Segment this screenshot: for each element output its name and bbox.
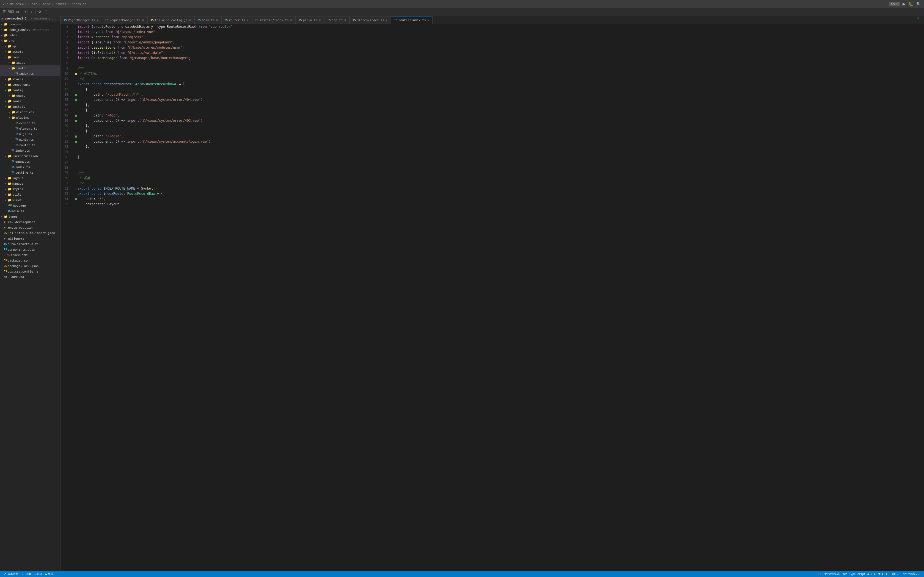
tab-close-button[interactable]: ×	[344, 19, 347, 22]
code-content[interactable]: import {createRouter, createWebHistory, …	[72, 24, 924, 571]
tree-item-setting_ts[interactable]: TS setting.ts	[0, 170, 60, 175]
tab-router-ts[interactable]: TS router.ts ×	[221, 16, 252, 24]
tree-item-styles[interactable]: ▸ 📁 styles	[0, 186, 60, 192]
tree-item-main_ts[interactable]: TS main.ts	[0, 208, 60, 214]
line-number-2: 2	[60, 29, 70, 35]
tab-close-button[interactable]: ×	[142, 19, 144, 22]
tree-item-config[interactable]: ▸ 📁 config	[0, 87, 60, 93]
indent-item[interactable]: 4个空格格...	[902, 572, 922, 576]
tree-item-package_json[interactable]: JS package.json	[0, 258, 60, 263]
tab-close-button[interactable]: ×	[385, 19, 388, 22]
tree-item-api[interactable]: ▸ 📁 api	[0, 44, 60, 49]
tree-item-utils[interactable]: ▸ 📁 utils	[0, 192, 60, 197]
tree-item-types[interactable]: ▸ 📁 types	[0, 214, 60, 219]
tree-item-install[interactable]: ▸ 📁 install	[0, 104, 60, 110]
tree-item-gitignore[interactable]: ● .gitignore	[0, 236, 60, 241]
tree-item-element_ts[interactable]: TS element.ts	[0, 126, 60, 131]
tree-item-readme[interactable]: MD README.md	[0, 274, 60, 280]
tree-item-auto_imports[interactable]: TS auto-imports.d.ts	[0, 241, 60, 247]
tree-item-views[interactable]: ▸ 📁 views	[0, 197, 60, 203]
tab-close-button[interactable]: ×	[216, 19, 218, 22]
terminal-item[interactable]: ▶ 终端	[44, 571, 55, 577]
search-button[interactable]: 🔍	[916, 2, 921, 6]
tree-item-stores[interactable]: ▸ 📁 stores	[0, 76, 60, 82]
tree-item-enums[interactable]: ▸ 📁 enums	[0, 93, 60, 98]
tree-item-vscode[interactable]: ▸ 📁 .vscode	[0, 21, 60, 27]
tree-item-up_index[interactable]: TS index.ts	[0, 164, 60, 170]
tree-item-src[interactable]: ▾ 📂 src	[0, 38, 60, 44]
token: export	[78, 191, 92, 197]
filetype-item[interactable]: Vue TypeScript 4.9.4	[841, 572, 876, 575]
error-item[interactable]: ✕ 1	[816, 572, 822, 575]
tree-item-package_lock[interactable]: JS package-lock.json	[0, 263, 60, 269]
file-icon-ts: TS	[11, 171, 15, 174]
tab-PagerManager-ts[interactable]: TS PagerManager.ts ×	[60, 16, 102, 24]
folder-icon: 📁	[11, 61, 15, 64]
lineending-item[interactable]: LF	[885, 572, 890, 575]
tree-item-userPermission[interactable]: ▸ 📁 userPermission	[0, 153, 60, 159]
tab-router-index-ts[interactable]: TS router/index.ts ×	[391, 16, 433, 24]
linecol-item[interactable]: 9:4	[877, 572, 884, 575]
tree-item-enums_ts[interactable]: TS enums.ts	[0, 159, 60, 164]
back-button[interactable]: ↩	[24, 9, 29, 14]
tab-tailwind-config-js[interactable]: JS tailwind.config.js ×	[147, 16, 194, 24]
more-button[interactable]: ⋮	[44, 9, 49, 14]
tree-item-public[interactable]: ▸ 📁 public	[0, 32, 60, 38]
tab-close-button[interactable]: ×	[246, 19, 249, 22]
tab-RequestManager-ts[interactable]: TS RequestManager.ts ×	[102, 16, 147, 24]
token: '@/views/system/error/404.vue'	[141, 97, 201, 103]
run-button[interactable]: ▶	[902, 2, 906, 6]
problem-item[interactable]: ⚠ 问题	[33, 571, 43, 577]
tree-item-env_dev[interactable]: ● .env.development	[0, 219, 60, 225]
tree-item-hljs_ts[interactable]: TS hljs.ts	[0, 131, 60, 137]
encoding-item[interactable]: UTF-8	[891, 572, 901, 575]
tree-item-manager[interactable]: ▸ 📁 manager	[0, 181, 60, 186]
tree-item-postcss_js[interactable]: JS postcss.config.js	[0, 269, 60, 274]
tree-item-label: manager	[12, 182, 25, 185]
tree-item-components[interactable]: ▸ 📁 components	[0, 82, 60, 87]
tree-item-env_prod[interactable]: ● .env.production	[0, 225, 60, 230]
todo-item[interactable]: ☑ TODO	[21, 571, 32, 577]
tab-close-button[interactable]: ×	[290, 19, 292, 22]
menu-button[interactable]: ☰	[2, 9, 7, 14]
warning-item[interactable]: 4个错误格式	[823, 572, 841, 576]
tree-item-index_html[interactable]: HTML index.html	[0, 252, 60, 258]
tab-close-button[interactable]: ×	[189, 19, 191, 22]
tree-item-echart_ts[interactable]: TS echart.ts	[0, 120, 60, 126]
tree-item-axios[interactable]: ▸ 📁 axios	[0, 60, 60, 65]
tab-stores-index-ts[interactable]: TS stores/index.ts ×	[349, 16, 391, 24]
line-number-24: 24	[60, 144, 70, 150]
token: const	[92, 191, 103, 197]
tree-item-layout[interactable]: ▸ 📁 layout	[0, 175, 60, 181]
tab-pinia-ts[interactable]: TS pinia.ts ×	[296, 16, 324, 24]
tree-item-node_modules[interactable]: ▸ 📁 node_moduleslibrary root	[0, 27, 60, 32]
tree-item-plugins[interactable]: ▾ 📂 plugins	[0, 115, 60, 120]
tab-close-button[interactable]: ×	[96, 19, 99, 22]
file-icon-ts: TS	[15, 133, 18, 135]
tab-install-index-ts[interactable]: TS install/index.ts ×	[252, 16, 296, 24]
debug-button[interactable]: 🐛	[908, 2, 914, 6]
tree-item-install_index[interactable]: TS index.ts	[0, 148, 60, 153]
tree-item-directives[interactable]: ▸ 📁 directives	[0, 110, 60, 115]
expand-button[interactable]: ⊞	[15, 9, 20, 14]
tree-item-hooks[interactable]: ▸ 📁 hooks	[0, 98, 60, 104]
token: from	[111, 40, 123, 45]
dev-button[interactable]: dev ▾	[889, 2, 900, 6]
tree-item-components_d[interactable]: TS components.d.ts	[0, 247, 60, 252]
tab-close-button[interactable]: ×	[427, 19, 430, 22]
token: },	[78, 123, 89, 129]
settings-button[interactable]: ⚙	[37, 9, 42, 14]
tab-close-button[interactable]: ×	[318, 19, 321, 22]
tab-app-ts[interactable]: TS app.ts ×	[324, 16, 349, 24]
branch-item[interactable]: ⎇ 版本控制	[2, 571, 19, 577]
tree-item-router[interactable]: ▾ 📂 router	[0, 65, 60, 71]
tree-item-base[interactable]: ▾ 📂 base	[0, 55, 60, 60]
tree-item-router_index[interactable]: TS index.ts	[0, 71, 60, 76]
tree-item-assets[interactable]: ▸ 📁 assets	[0, 49, 60, 55]
tree-item-pinia_ts[interactable]: TS pinia.ts	[0, 137, 60, 142]
sort-button[interactable]: ↕	[30, 9, 34, 14]
tree-item-app_vue[interactable]: VUE App.vue	[0, 203, 60, 208]
tab-main-ts[interactable]: TS main.ts ×	[194, 16, 221, 24]
tree-item-router_ts[interactable]: TS router.ts	[0, 142, 60, 148]
tree-item-eslintrc[interactable]: JS .eslintrc-auto-import.json	[0, 230, 60, 236]
